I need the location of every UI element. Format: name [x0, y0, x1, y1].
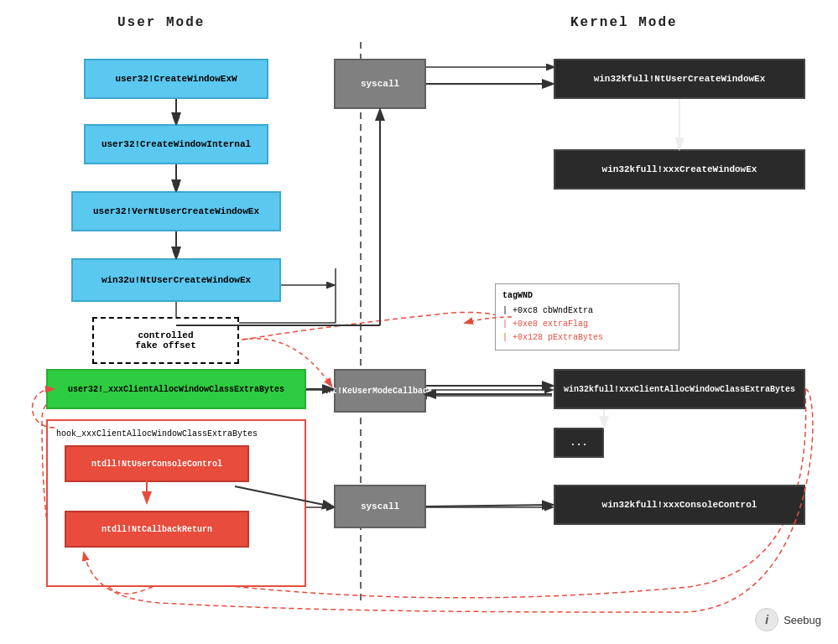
svg-line-33 — [426, 505, 552, 506]
tagwnd-title: tagWND — [502, 289, 672, 303]
ntdll-callbackreturn-label: ntdll!NtCallbackReturn — [101, 525, 212, 534]
ntdll-console-label: ntdll!NtUserConsoleControl — [91, 460, 222, 469]
user32-alloc-box: user32!_xxxClientAllocWindowClassExtraBy… — [46, 369, 306, 409]
svg-line-19 — [334, 84, 336, 268]
controlled-fake-offset-label: controlledfake offset — [135, 330, 196, 351]
verntuser-box: user32!VerNtUserCreateWindowEx — [71, 191, 281, 231]
ellipsis-label: ... — [570, 437, 588, 449]
ntdll-console-box: ntdll!NtUserConsoleControl — [65, 445, 249, 482]
syscall2-box: syscall — [334, 485, 426, 528]
win32k-createwindowex-label: win32kfull!NtUserCreateWindowEx — [594, 74, 766, 84]
syscall2-label: syscall — [361, 501, 399, 512]
tagwnd-field2: | +0xe8 extraFlag — [502, 318, 672, 331]
createwindowexw-box: user32!CreateWindowExW — [84, 59, 268, 99]
tagwnd-field1: | +0xc8 cbWndExtra — [502, 304, 672, 318]
user-mode-header: User Mode — [117, 15, 205, 30]
createwindowexw-label: user32!CreateWindowExW — [115, 74, 237, 84]
win32k-createwindowex-box: win32kfull!NtUserCreateWindowEx — [554, 59, 805, 99]
createwindowinternal-box: user32!CreateWindowInternal — [84, 124, 268, 164]
hook-container: hook_xxxClientAllocWindowClassExtraBytes… — [46, 419, 306, 587]
seebug-label: Seebug — [783, 614, 821, 626]
tagwnd-box: tagWND | +0xc8 cbWndExtra | +0xe8 extraF… — [495, 283, 679, 351]
win32k-clientalloc-label: win32kfull!xxxClientAllocWindowClassExtr… — [564, 385, 795, 394]
win32k-consolecontrol-box: win32kfull!xxxConsoleControl — [554, 485, 805, 525]
nt-callback-label: nt!KeUserModeCallback — [327, 387, 433, 396]
ellipsis-box: ... — [554, 428, 604, 458]
createwindowinternal-label: user32!CreateWindowInternal — [101, 139, 251, 149]
win32k-xxxcreatewindowex-box: win32kfull!xxxCreateWindowEx — [554, 149, 805, 190]
syscall1-label: syscall — [361, 79, 399, 89]
user32-alloc-label: user32!_xxxClientAllocWindowClassExtraBy… — [68, 385, 284, 394]
seebug-logo: i Seebug — [755, 608, 821, 631]
verntuser-label: user32!VerNtUserCreateWindowEx — [93, 206, 259, 216]
nt-callback-box: nt!KeUserModeCallback — [334, 369, 426, 413]
hook-label: hook_xxxClientAllocWindowClassExtraBytes — [56, 429, 296, 439]
win32k-clientalloc-box: win32kfull!xxxClientAllocWindowClassExtr… — [554, 369, 805, 409]
syscall1-box: syscall — [334, 59, 426, 109]
ntusercreatewindowex-label: win32u!NtUserCreateWindowEx — [101, 275, 251, 285]
win32k-consolecontrol-label: win32kfull!xxxConsoleControl — [602, 500, 757, 510]
ntdll-callbackreturn-box: ntdll!NtCallbackReturn — [65, 511, 249, 548]
ntusercreatewindowex-box: win32u!NtUserCreateWindowEx — [71, 258, 281, 302]
controlled-fake-offset-box: controlledfake offset — [92, 317, 239, 364]
kernel-mode-header: Kernel Mode — [570, 15, 678, 30]
seebug-icon: i — [755, 608, 778, 631]
diagram: User Mode Kernel Mode — [0, 0, 838, 644]
tagwnd-field3: | +0x128 pExtraBytes — [502, 331, 672, 345]
win32k-xxxcreatewindowex-label: win32kfull!xxxCreateWindowEx — [602, 164, 757, 174]
